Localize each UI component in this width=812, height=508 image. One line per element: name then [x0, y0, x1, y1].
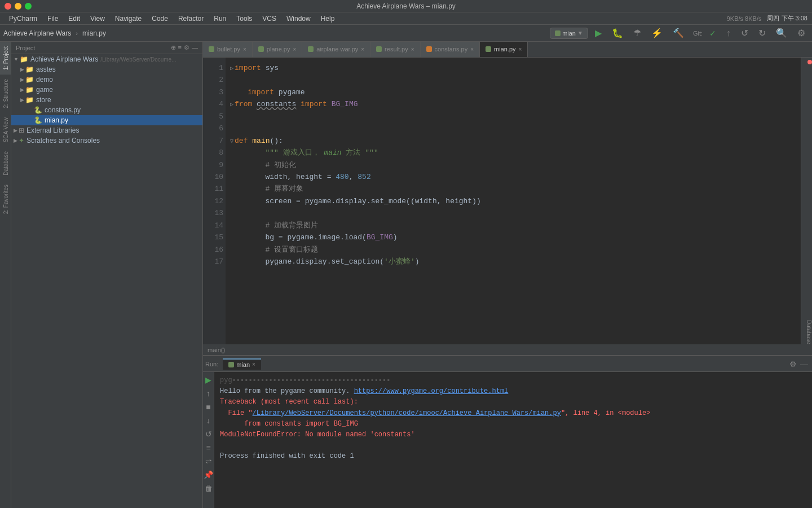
- breadcrumb-text: main(): [208, 347, 225, 353]
- build-button[interactable]: 🔨: [669, 26, 687, 40]
- coverage-button[interactable]: ☂: [630, 26, 645, 40]
- tree-item-mian[interactable]: 🐍 mian.py: [11, 115, 202, 125]
- filetree-tool-3[interactable]: ⚙: [184, 44, 189, 51]
- tree-item-constans[interactable]: 🐍 constans.py: [11, 105, 202, 115]
- clock: 周四 下午 3:08: [767, 14, 807, 23]
- run-link-file[interactable]: /Library/WebServer/Documents/python/code…: [253, 409, 561, 417]
- tab-project[interactable]: 1: Project: [0, 42, 11, 75]
- fold-icon[interactable]: ▽: [230, 138, 233, 144]
- run-tab-close-icon[interactable]: ×: [252, 361, 255, 367]
- run-trash-icon[interactable]: 🗑: [204, 483, 214, 494]
- run-tab-mian[interactable]: mian ×: [223, 358, 261, 370]
- tab-close-plane[interactable]: ×: [293, 46, 296, 52]
- run-link-pygame[interactable]: https://www.pygame.org/contribute.html: [354, 387, 509, 395]
- run-config-selector[interactable]: mian ▼: [550, 28, 588, 39]
- tab-label-constans: constans.py: [435, 46, 468, 52]
- run-output: pyg▪▪▪▪▪▪▪▪▪▪▪▪▪▪▪▪▪▪▪▪▪▪▪▪▪▪▪▪▪▪▪▪▪▪▪▪▪…: [214, 372, 812, 508]
- tab-label-bullet: bullet.py: [217, 46, 240, 52]
- maximize-button[interactable]: [25, 3, 32, 10]
- main-area: 1: Project 2: Structure SCA View Databas…: [0, 42, 812, 508]
- tab-close-mian[interactable]: ×: [519, 46, 522, 52]
- menu-pycharm[interactable]: PyCharm: [5, 14, 42, 24]
- fold-icon[interactable]: ▷: [230, 102, 233, 108]
- git-check-icon[interactable]: ✓: [706, 27, 720, 40]
- run-minimize-icon[interactable]: —: [798, 358, 810, 370]
- run-button[interactable]: ▶: [592, 26, 605, 40]
- close-button[interactable]: [5, 3, 11, 10]
- menu-help[interactable]: Help: [316, 14, 339, 24]
- tree-item-asstes[interactable]: ▶ 📁 asstes: [11, 64, 202, 75]
- arrow-icon: ▶: [14, 128, 17, 133]
- debug-button[interactable]: 🐛: [608, 26, 626, 40]
- tree-label-demo: demo: [36, 76, 53, 84]
- run-settings-icon[interactable]: ⚙: [788, 358, 798, 370]
- arrow-icon: ▶: [20, 77, 24, 82]
- run-config-label: mian: [562, 30, 576, 37]
- tree-label-store: store: [36, 96, 51, 104]
- run-rerun-icon[interactable]: ↺: [204, 428, 213, 440]
- run-stop-icon[interactable]: ■: [205, 401, 211, 413]
- menu-view[interactable]: View: [86, 14, 109, 24]
- tab-constans[interactable]: constans.py ×: [421, 42, 480, 57]
- tab-plane[interactable]: plane.py ×: [253, 42, 302, 57]
- undo-button[interactable]: ↺: [738, 26, 752, 40]
- git-push-icon[interactable]: ↑: [723, 27, 734, 40]
- tab-close-airplane-war[interactable]: ×: [361, 46, 364, 52]
- run-output-process-done: Process finished with exit code 1: [220, 451, 806, 462]
- run-tab-label: mian: [236, 361, 250, 368]
- menu-file[interactable]: File: [43, 14, 63, 24]
- run-scroll-up-icon[interactable]: ↑: [205, 388, 211, 399]
- code-area[interactable]: ▷import sys import pygame ▷from constant…: [226, 58, 801, 344]
- menu-run[interactable]: Run: [209, 14, 231, 24]
- top-right-toolbar: mian ▼ ▶ 🐛 ☂ ⚡ 🔨 Git: ✓ ↑ ↺ ↻ 🔍 ⚙: [550, 26, 809, 40]
- minimize-button[interactable]: [15, 3, 21, 10]
- tab-result[interactable]: result.py ×: [370, 42, 420, 57]
- redo-button[interactable]: ↻: [755, 26, 769, 40]
- menu-code[interactable]: Code: [147, 14, 173, 24]
- filetree-tool-4[interactable]: —: [192, 44, 198, 51]
- fold-icon[interactable]: ▷: [230, 65, 233, 72]
- tab-close-bullet[interactable]: ×: [243, 46, 246, 52]
- tab-label-plane: plane.py: [267, 46, 290, 52]
- tab-label-airplane-war: airplane war.py: [316, 46, 358, 52]
- menu-tools[interactable]: Tools: [232, 14, 257, 24]
- tab-close-result[interactable]: ×: [411, 46, 414, 52]
- tab-structure[interactable]: 2: Structure: [0, 75, 11, 113]
- run-scroll-down-icon[interactable]: ↓: [205, 415, 211, 426]
- code-line-14: # 加载背景图片: [230, 220, 796, 231]
- tab-favorites[interactable]: 2: Favorites: [0, 180, 11, 218]
- tab-scaview[interactable]: SCA View: [0, 113, 11, 147]
- run-play-icon[interactable]: ▶: [204, 374, 213, 386]
- tab-airplane-war[interactable]: airplane war.py ×: [302, 42, 370, 57]
- run-filter-icon[interactable]: ≡: [205, 442, 211, 453]
- run-side: ▶ ↑ ■ ↓ ↺ ≡ ⇌ 📌 🗑 pyg▪▪▪▪▪▪▪▪▪▪▪▪▪▪▪▪▪▪▪…: [203, 372, 812, 508]
- config-icon: [555, 30, 561, 36]
- tree-root[interactable]: ▼ 📁 Achieve Airplane Wars /Library/WebSe…: [11, 54, 202, 64]
- run-output-from-line: from constants import BG_IMG: [220, 419, 806, 430]
- tab-mian[interactable]: mian.py ×: [480, 42, 528, 57]
- tab-bullet[interactable]: bullet.py ×: [203, 42, 253, 57]
- tree-item-demo[interactable]: ▶ 📁 demo: [11, 75, 202, 85]
- tree-item-external-libs[interactable]: ▶ ⊞ External Libraries: [11, 125, 202, 135]
- tab-database[interactable]: Database: [0, 147, 11, 180]
- menu-edit[interactable]: Edit: [64, 14, 85, 24]
- profile-button[interactable]: ⚡: [648, 26, 666, 40]
- tree-item-store[interactable]: ▶ 📁 store: [11, 95, 202, 105]
- tab-close-constans[interactable]: ×: [470, 46, 474, 52]
- search-everywhere-button[interactable]: 🔍: [773, 26, 791, 40]
- folder-icon: 📁: [25, 76, 34, 84]
- filetree-tool-1[interactable]: ⊕: [171, 44, 176, 51]
- menu-vcs[interactable]: VCS: [258, 14, 281, 24]
- filetree-tool-2[interactable]: ≡: [178, 44, 182, 51]
- run-pin-icon[interactable]: 📌: [203, 469, 214, 480]
- filetree-title: Project: [16, 45, 35, 51]
- database-tab[interactable]: Database: [806, 320, 812, 344]
- tree-item-scratches[interactable]: ▶ ✦ Scratches and Consoles: [11, 135, 202, 146]
- run-wrap-icon[interactable]: ⇌: [204, 456, 213, 467]
- menu-window[interactable]: Window: [282, 14, 315, 24]
- menu-navigate[interactable]: Navigate: [111, 14, 146, 24]
- settings-button[interactable]: ⚙: [794, 26, 809, 40]
- tree-item-game[interactable]: ▶ 📁 game: [11, 85, 202, 95]
- tab-file-icon: [486, 46, 491, 52]
- menu-refactor[interactable]: Refactor: [174, 14, 208, 24]
